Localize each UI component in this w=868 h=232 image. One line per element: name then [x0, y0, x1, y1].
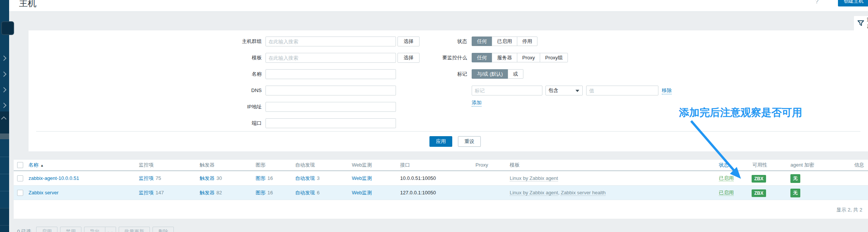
web-link[interactable]: Web监测: [352, 190, 372, 195]
monitored-by-label: 要监控什么: [371, 53, 467, 62]
table-row: Zabbix server 监控项147 触发器82 图形16 自动发现6 We…: [14, 186, 868, 200]
tag-operator-value: 包含: [548, 87, 558, 93]
tags-label: 标记: [371, 69, 467, 79]
dns-input[interactable]: [265, 86, 396, 95]
apply-button[interactable]: 应用: [429, 136, 452, 147]
status-option-disabled[interactable]: 停用: [517, 37, 537, 46]
discovery-link[interactable]: 自动发现: [295, 175, 315, 181]
create-host-button[interactable]: 创建主机: [838, 0, 868, 6]
tag-remove-link[interactable]: 移除: [662, 87, 672, 94]
items-link[interactable]: 监控项: [139, 190, 154, 195]
monitored-by-option-any[interactable]: 任何: [472, 53, 492, 62]
column-graphs: 图形: [256, 160, 265, 170]
status-label: 状态: [371, 37, 467, 46]
template-link[interactable]: Zabbix server health: [561, 190, 606, 196]
discovery-link[interactable]: 自动发现: [295, 190, 315, 195]
interface-value: 127.0.0.1:10050: [400, 186, 436, 200]
items-count: 75: [156, 175, 161, 181]
availability-zbx-badge[interactable]: ZBX: [752, 175, 766, 183]
delete-button[interactable]: 删除: [153, 227, 174, 232]
template-link[interactable]: Linux by Zabbix agent: [510, 190, 558, 196]
selected-count: 0 已选: [17, 228, 31, 232]
column-name[interactable]: 名称: [29, 162, 38, 168]
column-agent-encryption: agent 加密: [790, 160, 814, 170]
enable-button[interactable]: 启用: [36, 227, 57, 232]
export-split-button: 导出: [84, 227, 116, 232]
column-web: Web监测: [352, 160, 372, 170]
graphs-link[interactable]: 图形: [256, 190, 265, 195]
mass-update-button[interactable]: 批量更新: [119, 227, 150, 232]
column-templates: 模板: [510, 160, 520, 170]
select-all-checkbox[interactable]: [17, 162, 23, 168]
row-checkbox[interactable]: [17, 190, 23, 196]
graphs-link[interactable]: 图形: [256, 175, 265, 181]
tags-mode-segmented-control: 与/或 (默认) 或: [472, 69, 523, 79]
table-row: zabbix-agent-10.0.0.51 监控项75 触发器30 图形16 …: [14, 171, 868, 186]
column-availability: 可用性: [752, 160, 767, 170]
chevron-down-icon: [1, 103, 6, 108]
tag-value-input[interactable]: [586, 86, 658, 95]
status-enabled-link[interactable]: 已启用: [719, 175, 734, 181]
page-header: 主机 ? 创建主机: [9, 0, 868, 12]
discovery-count: 6: [317, 190, 320, 195]
tag-name-input[interactable]: [472, 86, 542, 95]
tag-operator-select[interactable]: 包含: [545, 86, 583, 95]
tag-add-link[interactable]: 添加: [472, 99, 482, 106]
graphs-count: 16: [267, 190, 273, 195]
sidebar-section: [0, 111, 9, 133]
host-name-link[interactable]: zabbix-agent-10.0.0.51: [29, 175, 79, 181]
ip-label: IP地址: [173, 102, 262, 112]
filter-tab[interactable]: 过滤器: [854, 16, 868, 30]
monitored-by-option-proxy-group[interactable]: Proxy组: [540, 53, 568, 62]
sidebar-divider: [0, 174, 9, 174]
web-link[interactable]: Web监测: [352, 175, 372, 181]
sidebar-shade: [0, 208, 9, 232]
port-input[interactable]: [265, 118, 396, 128]
row-checkbox[interactable]: [17, 175, 23, 181]
reset-button[interactable]: 重设: [458, 136, 481, 147]
host-groups-label: 主机群组: [173, 37, 262, 46]
zabbix-hosts-page: 主机 ? 创建主机 过滤器 主机群组 选择 模板 选择 名称 DNS IP地址 …: [0, 0, 868, 232]
column-info: 信息: [854, 160, 864, 170]
triggers-link[interactable]: 触发器: [200, 190, 215, 195]
help-icon[interactable]: ?: [815, 0, 819, 5]
triggers-link[interactable]: 触发器: [200, 175, 215, 181]
tags-mode-or[interactable]: 或: [508, 69, 523, 79]
monitored-by-option-server[interactable]: 服务器: [492, 53, 517, 62]
status-option-enabled[interactable]: 已启用: [492, 37, 517, 46]
triggers-count: 82: [216, 190, 222, 195]
availability-zbx-badge[interactable]: ZBX: [752, 189, 766, 197]
encryption-none-badge[interactable]: 无: [790, 174, 800, 183]
chevron-down-icon: [108, 230, 113, 232]
action-bar: 启用 禁用 导出 批量更新 删除: [36, 227, 174, 232]
disable-button[interactable]: 禁用: [60, 227, 81, 232]
sidebar-divider: [0, 191, 9, 191]
column-discovery: 自动发现: [295, 160, 315, 170]
encryption-none-badge[interactable]: 无: [790, 189, 800, 197]
monitored-by-option-proxy[interactable]: Proxy: [517, 53, 540, 62]
host-name-link[interactable]: Zabbix server: [29, 190, 59, 195]
export-button[interactable]: 导出: [84, 227, 105, 232]
sort-asc-icon: ▲: [40, 164, 44, 167]
column-proxy: Proxy: [475, 160, 488, 170]
page-title: 主机: [19, 0, 37, 9]
sidebar-scrollbar-thumb[interactable]: [0, 133, 9, 139]
status-option-any[interactable]: 任何: [472, 37, 492, 46]
column-status[interactable]: 状态: [719, 162, 729, 168]
ip-input[interactable]: [265, 102, 396, 112]
templates-label: 模板: [173, 53, 262, 63]
column-interface: 接口: [400, 160, 410, 170]
column-triggers: 触发器: [200, 160, 215, 170]
sidebar-collapse-button[interactable]: [1, 21, 14, 35]
tags-mode-and-or[interactable]: 与/或 (默认): [472, 69, 508, 79]
chevron-down-icon: [1, 87, 6, 92]
filter-panel: 主机群组 选择 模板 选择 名称 DNS IP地址 端口 状态 任何 已启用 停…: [29, 30, 868, 151]
template-link[interactable]: Linux by Zabbix agent: [510, 175, 558, 181]
export-dropdown-button[interactable]: [105, 227, 116, 232]
sidebar-divider: [0, 157, 9, 157]
items-link[interactable]: 监控项: [139, 175, 154, 181]
sidebar: [0, 0, 9, 232]
status-enabled-link[interactable]: 已启用: [719, 190, 734, 196]
column-items: 监控项: [139, 160, 154, 170]
chevron-down-icon: [575, 90, 579, 92]
